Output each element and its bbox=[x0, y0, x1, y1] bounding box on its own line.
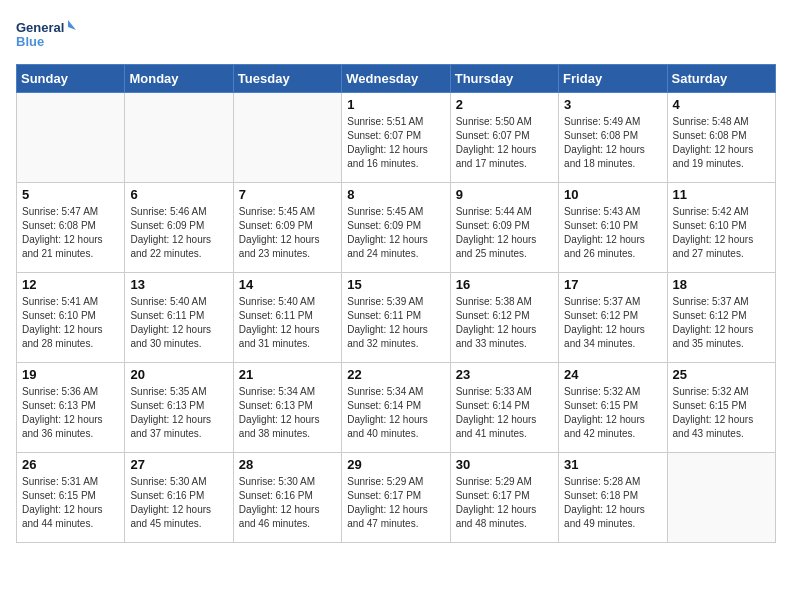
day-info: Sunrise: 5:32 AM Sunset: 6:15 PM Dayligh… bbox=[673, 385, 770, 441]
day-info: Sunrise: 5:45 AM Sunset: 6:09 PM Dayligh… bbox=[347, 205, 444, 261]
day-number: 7 bbox=[239, 187, 336, 202]
calendar-cell: 17Sunrise: 5:37 AM Sunset: 6:12 PM Dayli… bbox=[559, 273, 667, 363]
day-number: 28 bbox=[239, 457, 336, 472]
calendar-cell: 12Sunrise: 5:41 AM Sunset: 6:10 PM Dayli… bbox=[17, 273, 125, 363]
day-number: 17 bbox=[564, 277, 661, 292]
svg-text:General: General bbox=[16, 20, 64, 35]
calendar-cell: 10Sunrise: 5:43 AM Sunset: 6:10 PM Dayli… bbox=[559, 183, 667, 273]
calendar-cell bbox=[667, 453, 775, 543]
day-number: 31 bbox=[564, 457, 661, 472]
day-number: 20 bbox=[130, 367, 227, 382]
day-number: 10 bbox=[564, 187, 661, 202]
weekday-header-friday: Friday bbox=[559, 65, 667, 93]
calendar-cell: 27Sunrise: 5:30 AM Sunset: 6:16 PM Dayli… bbox=[125, 453, 233, 543]
day-number: 3 bbox=[564, 97, 661, 112]
day-number: 19 bbox=[22, 367, 119, 382]
calendar-cell: 28Sunrise: 5:30 AM Sunset: 6:16 PM Dayli… bbox=[233, 453, 341, 543]
day-number: 8 bbox=[347, 187, 444, 202]
calendar-cell: 22Sunrise: 5:34 AM Sunset: 6:14 PM Dayli… bbox=[342, 363, 450, 453]
calendar-cell: 25Sunrise: 5:32 AM Sunset: 6:15 PM Dayli… bbox=[667, 363, 775, 453]
day-info: Sunrise: 5:42 AM Sunset: 6:10 PM Dayligh… bbox=[673, 205, 770, 261]
day-info: Sunrise: 5:43 AM Sunset: 6:10 PM Dayligh… bbox=[564, 205, 661, 261]
day-info: Sunrise: 5:30 AM Sunset: 6:16 PM Dayligh… bbox=[239, 475, 336, 531]
day-info: Sunrise: 5:29 AM Sunset: 6:17 PM Dayligh… bbox=[456, 475, 553, 531]
calendar-cell: 7Sunrise: 5:45 AM Sunset: 6:09 PM Daylig… bbox=[233, 183, 341, 273]
calendar-cell: 31Sunrise: 5:28 AM Sunset: 6:18 PM Dayli… bbox=[559, 453, 667, 543]
calendar-cell: 16Sunrise: 5:38 AM Sunset: 6:12 PM Dayli… bbox=[450, 273, 558, 363]
day-number: 26 bbox=[22, 457, 119, 472]
day-number: 9 bbox=[456, 187, 553, 202]
day-info: Sunrise: 5:48 AM Sunset: 6:08 PM Dayligh… bbox=[673, 115, 770, 171]
day-info: Sunrise: 5:38 AM Sunset: 6:12 PM Dayligh… bbox=[456, 295, 553, 351]
day-info: Sunrise: 5:35 AM Sunset: 6:13 PM Dayligh… bbox=[130, 385, 227, 441]
svg-marker-2 bbox=[68, 20, 76, 30]
logo: General Blue bbox=[16, 16, 76, 52]
day-info: Sunrise: 5:32 AM Sunset: 6:15 PM Dayligh… bbox=[564, 385, 661, 441]
calendar-cell: 19Sunrise: 5:36 AM Sunset: 6:13 PM Dayli… bbox=[17, 363, 125, 453]
day-info: Sunrise: 5:40 AM Sunset: 6:11 PM Dayligh… bbox=[130, 295, 227, 351]
day-number: 5 bbox=[22, 187, 119, 202]
weekday-header-saturday: Saturday bbox=[667, 65, 775, 93]
calendar-cell: 8Sunrise: 5:45 AM Sunset: 6:09 PM Daylig… bbox=[342, 183, 450, 273]
calendar-cell: 24Sunrise: 5:32 AM Sunset: 6:15 PM Dayli… bbox=[559, 363, 667, 453]
calendar-cell: 15Sunrise: 5:39 AM Sunset: 6:11 PM Dayli… bbox=[342, 273, 450, 363]
day-info: Sunrise: 5:47 AM Sunset: 6:08 PM Dayligh… bbox=[22, 205, 119, 261]
weekday-header-wednesday: Wednesday bbox=[342, 65, 450, 93]
day-info: Sunrise: 5:31 AM Sunset: 6:15 PM Dayligh… bbox=[22, 475, 119, 531]
calendar-cell: 20Sunrise: 5:35 AM Sunset: 6:13 PM Dayli… bbox=[125, 363, 233, 453]
calendar-week-row: 26Sunrise: 5:31 AM Sunset: 6:15 PM Dayli… bbox=[17, 453, 776, 543]
day-info: Sunrise: 5:51 AM Sunset: 6:07 PM Dayligh… bbox=[347, 115, 444, 171]
weekday-header-tuesday: Tuesday bbox=[233, 65, 341, 93]
day-info: Sunrise: 5:33 AM Sunset: 6:14 PM Dayligh… bbox=[456, 385, 553, 441]
day-number: 12 bbox=[22, 277, 119, 292]
day-info: Sunrise: 5:28 AM Sunset: 6:18 PM Dayligh… bbox=[564, 475, 661, 531]
calendar-cell bbox=[17, 93, 125, 183]
day-number: 6 bbox=[130, 187, 227, 202]
page-header: General Blue bbox=[16, 16, 776, 52]
weekday-header-sunday: Sunday bbox=[17, 65, 125, 93]
day-number: 14 bbox=[239, 277, 336, 292]
calendar-cell: 9Sunrise: 5:44 AM Sunset: 6:09 PM Daylig… bbox=[450, 183, 558, 273]
svg-text:Blue: Blue bbox=[16, 34, 44, 49]
day-info: Sunrise: 5:44 AM Sunset: 6:09 PM Dayligh… bbox=[456, 205, 553, 261]
calendar-cell: 23Sunrise: 5:33 AM Sunset: 6:14 PM Dayli… bbox=[450, 363, 558, 453]
day-info: Sunrise: 5:49 AM Sunset: 6:08 PM Dayligh… bbox=[564, 115, 661, 171]
weekday-header-row: SundayMondayTuesdayWednesdayThursdayFrid… bbox=[17, 65, 776, 93]
day-number: 4 bbox=[673, 97, 770, 112]
day-info: Sunrise: 5:45 AM Sunset: 6:09 PM Dayligh… bbox=[239, 205, 336, 261]
calendar-cell: 14Sunrise: 5:40 AM Sunset: 6:11 PM Dayli… bbox=[233, 273, 341, 363]
calendar-week-row: 12Sunrise: 5:41 AM Sunset: 6:10 PM Dayli… bbox=[17, 273, 776, 363]
day-info: Sunrise: 5:34 AM Sunset: 6:13 PM Dayligh… bbox=[239, 385, 336, 441]
day-info: Sunrise: 5:41 AM Sunset: 6:10 PM Dayligh… bbox=[22, 295, 119, 351]
calendar-cell: 13Sunrise: 5:40 AM Sunset: 6:11 PM Dayli… bbox=[125, 273, 233, 363]
calendar-cell: 6Sunrise: 5:46 AM Sunset: 6:09 PM Daylig… bbox=[125, 183, 233, 273]
calendar-week-row: 5Sunrise: 5:47 AM Sunset: 6:08 PM Daylig… bbox=[17, 183, 776, 273]
calendar-week-row: 1Sunrise: 5:51 AM Sunset: 6:07 PM Daylig… bbox=[17, 93, 776, 183]
calendar-cell: 29Sunrise: 5:29 AM Sunset: 6:17 PM Dayli… bbox=[342, 453, 450, 543]
calendar-cell: 21Sunrise: 5:34 AM Sunset: 6:13 PM Dayli… bbox=[233, 363, 341, 453]
calendar-cell: 18Sunrise: 5:37 AM Sunset: 6:12 PM Dayli… bbox=[667, 273, 775, 363]
calendar-cell: 26Sunrise: 5:31 AM Sunset: 6:15 PM Dayli… bbox=[17, 453, 125, 543]
day-info: Sunrise: 5:50 AM Sunset: 6:07 PM Dayligh… bbox=[456, 115, 553, 171]
calendar-cell: 11Sunrise: 5:42 AM Sunset: 6:10 PM Dayli… bbox=[667, 183, 775, 273]
day-number: 25 bbox=[673, 367, 770, 382]
day-number: 18 bbox=[673, 277, 770, 292]
day-number: 13 bbox=[130, 277, 227, 292]
day-number: 27 bbox=[130, 457, 227, 472]
logo-svg: General Blue bbox=[16, 16, 76, 52]
weekday-header-monday: Monday bbox=[125, 65, 233, 93]
day-number: 16 bbox=[456, 277, 553, 292]
calendar-cell: 30Sunrise: 5:29 AM Sunset: 6:17 PM Dayli… bbox=[450, 453, 558, 543]
day-number: 2 bbox=[456, 97, 553, 112]
day-info: Sunrise: 5:37 AM Sunset: 6:12 PM Dayligh… bbox=[564, 295, 661, 351]
calendar-cell: 2Sunrise: 5:50 AM Sunset: 6:07 PM Daylig… bbox=[450, 93, 558, 183]
day-info: Sunrise: 5:34 AM Sunset: 6:14 PM Dayligh… bbox=[347, 385, 444, 441]
day-number: 23 bbox=[456, 367, 553, 382]
calendar-cell bbox=[233, 93, 341, 183]
calendar-cell: 3Sunrise: 5:49 AM Sunset: 6:08 PM Daylig… bbox=[559, 93, 667, 183]
day-number: 21 bbox=[239, 367, 336, 382]
day-info: Sunrise: 5:46 AM Sunset: 6:09 PM Dayligh… bbox=[130, 205, 227, 261]
day-number: 22 bbox=[347, 367, 444, 382]
calendar-cell: 4Sunrise: 5:48 AM Sunset: 6:08 PM Daylig… bbox=[667, 93, 775, 183]
day-number: 11 bbox=[673, 187, 770, 202]
